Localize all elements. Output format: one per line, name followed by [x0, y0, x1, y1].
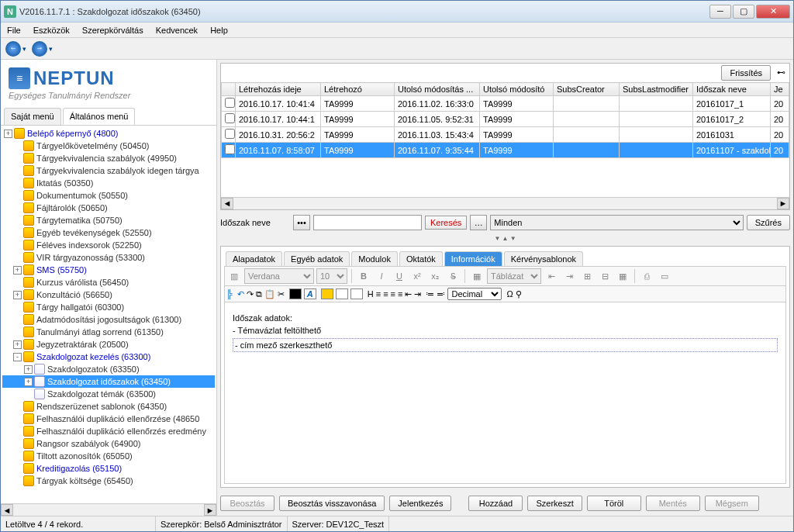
- splitter-handle[interactable]: ▼ ▲ ▼: [220, 235, 790, 243]
- cancel-button[interactable]: Mégsem: [705, 496, 759, 511]
- jelentkezes-button[interactable]: Jelentkezés: [389, 496, 451, 511]
- beosztas-button[interactable]: Beosztás: [220, 496, 274, 511]
- outdent-icon[interactable]: ⇤: [405, 289, 412, 299]
- editor-content[interactable]: Időszak adatok: - Témavázlat feltölthető…: [224, 302, 786, 484]
- align-justify-icon[interactable]: ≡: [398, 289, 402, 299]
- list-style-select[interactable]: Decimal: [447, 288, 502, 300]
- tree-hscroll[interactable]: ◄ ►: [1, 503, 216, 516]
- grid-scroll-right-icon[interactable]: ►: [777, 198, 789, 209]
- undo-icon[interactable]: ↶: [237, 289, 244, 299]
- font-size-select[interactable]: 10: [316, 268, 347, 284]
- tab-informaciok[interactable]: Információk: [444, 251, 502, 266]
- redo-icon[interactable]: ↷: [247, 289, 254, 299]
- tree-item[interactable]: +Szakdolgozatok (63350): [2, 363, 215, 375]
- bg-swatch[interactable]: [336, 288, 348, 299]
- table-row[interactable]: 2016.10.31. 20:56:2TA99992016.11.03. 15:…: [222, 127, 789, 143]
- refresh-button[interactable]: Frissítés: [721, 65, 771, 81]
- highlight-swatch[interactable]: [321, 288, 333, 299]
- grid-scroll-left-icon[interactable]: ◄: [221, 198, 233, 209]
- underline-icon[interactable]: U: [392, 268, 407, 284]
- strike-icon[interactable]: S̶: [445, 268, 461, 284]
- menu-help[interactable]: Help: [207, 24, 231, 36]
- tab-egyeb-adatok[interactable]: Egyéb adatok: [284, 251, 350, 266]
- beosztas-vissza-button[interactable]: Beosztás visszavonása: [279, 496, 385, 511]
- menu-tools[interactable]: Eszközök: [30, 24, 73, 36]
- tree-item[interactable]: Tárgytematika (50750): [2, 214, 215, 226]
- table-row[interactable]: 2016.10.17. 10:44:1TA99992016.11.05. 9:5…: [222, 112, 789, 127]
- indent-right-icon[interactable]: ⇥: [561, 268, 577, 284]
- italic-icon[interactable]: I: [374, 268, 389, 284]
- maximize-button[interactable]: ▢: [733, 5, 754, 19]
- close-button[interactable]: ✕: [756, 5, 790, 19]
- tab-kervenysablonok[interactable]: Kérvénysablonok: [504, 251, 583, 266]
- tab-oktatok[interactable]: Oktatók: [399, 251, 443, 266]
- tree-item[interactable]: Tanulmányi átlag sorrend (61350): [2, 326, 215, 338]
- tab-alapadatok[interactable]: Alapadatok: [226, 251, 282, 266]
- tree-item[interactable]: Adatmódosítási jogosultságok (61300): [2, 313, 215, 326]
- new-doc-icon[interactable]: ▥: [226, 268, 242, 284]
- search-more-button[interactable]: …: [470, 215, 487, 230]
- minimize-button[interactable]: ─: [709, 5, 731, 19]
- tree-item[interactable]: Tárgyekvivalencia szabályok (49950): [2, 152, 215, 164]
- nav-forward-dropdown[interactable]: ▾: [49, 45, 57, 53]
- tree-item[interactable]: Tárgyak költsége (65450): [2, 475, 215, 487]
- delete-button[interactable]: Töröl: [587, 496, 641, 511]
- search-input[interactable]: [313, 215, 422, 230]
- tree-item[interactable]: VIR tárgyazonosság (53300): [2, 251, 215, 264]
- tree-item[interactable]: +SMS (55750): [2, 264, 215, 276]
- tree-item[interactable]: +Jegyzetraktárak (20500): [2, 338, 215, 351]
- subscript-icon[interactable]: x₂: [427, 268, 443, 284]
- cell-split-icon[interactable]: ⊟: [597, 268, 613, 284]
- tree-item[interactable]: Tárgyekvivalencia szabályok idegen tárgy…: [2, 164, 215, 177]
- align-right-icon[interactable]: ≡: [391, 289, 395, 299]
- tree-item[interactable]: +Belépő képernyő (4800): [2, 127, 215, 140]
- cut-icon[interactable]: ✂: [278, 289, 285, 299]
- tree-item[interactable]: Dokumentumok (50550): [2, 189, 215, 202]
- omega-icon[interactable]: Ω: [506, 289, 513, 299]
- row-checkbox[interactable]: [225, 129, 235, 139]
- tab-own-menu[interactable]: Saját menü: [4, 108, 61, 125]
- add-button[interactable]: Hozzáad: [468, 496, 523, 511]
- tree-item[interactable]: Felhasználói duplikáció ellenőrzés eredm…: [2, 425, 215, 437]
- tree-item[interactable]: Féléves indexsorok (52250): [2, 239, 215, 251]
- superscript-icon[interactable]: x²: [409, 268, 425, 284]
- data-grid[interactable]: Létrehozás idejeLétrehozóUtolsó módosítá…: [221, 82, 789, 158]
- indent-left-icon[interactable]: ⇤: [544, 268, 559, 284]
- search-field-picker[interactable]: •••: [293, 215, 310, 230]
- tab-modulok[interactable]: Modulok: [351, 251, 398, 266]
- edit-button[interactable]: Szerkeszt: [527, 496, 582, 511]
- menu-file[interactable]: File: [4, 24, 24, 36]
- paste-icon[interactable]: 📋: [264, 289, 275, 299]
- table-row[interactable]: 2016.10.17. 10:41:4TA99992016.11.02. 16:…: [222, 96, 789, 112]
- tree-item[interactable]: +Konzultáció (56650): [2, 288, 215, 301]
- tree-item[interactable]: Rendszerüzenet sablonok (64350): [2, 400, 215, 413]
- tree-item[interactable]: -Szakdolgozat kezelés (63300): [2, 351, 215, 363]
- tree-item[interactable]: Tiltott azonosítók (65050): [2, 450, 215, 462]
- tree-toggle-icon[interactable]: ╠: [226, 289, 233, 299]
- insert-table-icon[interactable]: ▦: [469, 268, 485, 284]
- bullet-list-icon[interactable]: ≔: [426, 289, 434, 299]
- grid-hscroll[interactable]: ◄ ►: [221, 197, 789, 209]
- tab-general-menu[interactable]: Általános menü: [63, 108, 136, 125]
- table-row[interactable]: 2016.11.07. 8:58:07TA99992016.11.07. 9:3…: [222, 143, 789, 158]
- filter-button[interactable]: Szűrés: [747, 215, 790, 230]
- color-black-swatch[interactable]: [289, 288, 302, 299]
- align-left-icon[interactable]: ≡: [376, 289, 381, 299]
- table-select[interactable]: Táblázat: [487, 268, 541, 284]
- row-checkbox[interactable]: [225, 144, 235, 154]
- tree-item[interactable]: Kurzus várólista (56450): [2, 276, 215, 288]
- heading-icon[interactable]: H: [368, 289, 374, 299]
- menu-tree[interactable]: +Belépő képernyő (4800)Tárgyelőkövetelmé…: [1, 125, 216, 503]
- tree-item[interactable]: +Szakdolgozat időszakok (63450): [2, 375, 215, 388]
- tree-item[interactable]: Felhasználói duplikáció ellenőrzése (486…: [2, 413, 215, 425]
- tree-item[interactable]: Iktatás (50350): [2, 177, 215, 189]
- link-icon[interactable]: ⚲: [516, 289, 522, 299]
- bg2-swatch[interactable]: [350, 288, 363, 299]
- font-color-icon[interactable]: A: [304, 288, 316, 299]
- grid2-icon[interactable]: ▦: [615, 268, 630, 284]
- tree-item[interactable]: Fájltárolók (50650): [2, 202, 215, 214]
- number-list-icon[interactable]: ≕: [437, 289, 445, 299]
- tree-item[interactable]: Rangsor szabályok (64900): [2, 437, 215, 450]
- copy-icon[interactable]: ⧉: [256, 289, 262, 299]
- tree-item[interactable]: Egyéb tevékenységek (52550): [2, 226, 215, 239]
